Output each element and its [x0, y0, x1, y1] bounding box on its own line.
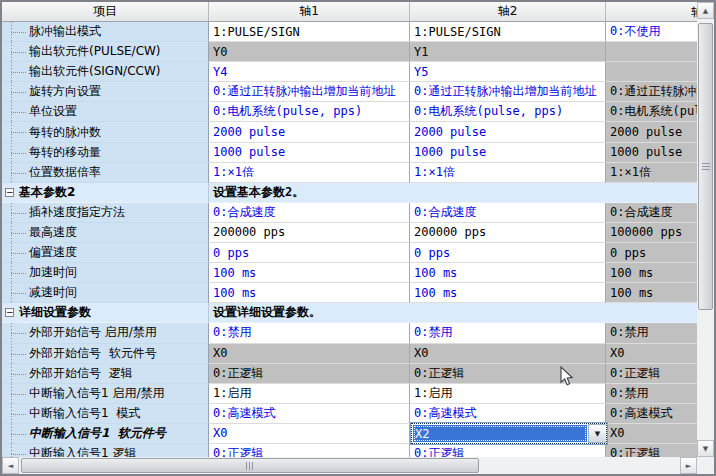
axis1-value-cell[interactable]: 2000 pulse: [209, 122, 410, 142]
vertical-scrollbar[interactable]: ▲ ▼: [697, 2, 714, 457]
axis1-value-cell[interactable]: 1000 pulse: [209, 143, 410, 163]
axis1-value: 0:电机系统(pulse, pps): [213, 103, 362, 120]
parameter-label: 外部开始信号 逻辑: [29, 365, 133, 382]
axis1-value-cell[interactable]: 1:PULSE/SIGN: [209, 22, 410, 42]
axis1-value-cell[interactable]: 100 ms: [209, 283, 410, 303]
axis3-value: 0:不使用: [610, 23, 660, 40]
combobox-selected-text[interactable]: X2: [413, 425, 587, 442]
parameter-label-cell[interactable]: 输出软元件(SIGN/CCW): [2, 62, 209, 82]
axis3-value: 100000 pps: [610, 225, 682, 239]
tree-branch-icon: [11, 354, 26, 355]
column-header-item[interactable]: 项目: [2, 2, 209, 21]
axis2-value: 0:合成速度: [414, 204, 476, 221]
group-label-cell[interactable]: − 基本参数2: [2, 183, 209, 203]
axis1-value-cell[interactable]: 0 pps: [209, 243, 410, 263]
parameter-label-cell[interactable]: 位置数据倍率: [2, 163, 209, 183]
axis1-value-cell[interactable]: 1:×1倍: [209, 163, 410, 183]
axis2-value-cell[interactable]: 0:正逻辑: [410, 364, 606, 384]
parameter-label: 位置数据倍率: [29, 164, 101, 181]
table-row: 偏置速度 0 pps 0 pps 0 pps: [2, 243, 716, 263]
axis1-value: Y4: [213, 65, 227, 79]
axis1-value-cell[interactable]: 0:电机系统(pulse, pps): [209, 102, 410, 122]
parameter-label-cell[interactable]: 每转的移动量: [2, 143, 209, 163]
axis3-value: 1000 pulse: [610, 145, 682, 159]
axis1-value-cell[interactable]: 1:启用: [209, 384, 410, 404]
column-header-axis2[interactable]: 轴2: [410, 2, 606, 21]
group-label-cell[interactable]: − 详细设置参数: [2, 303, 209, 323]
parameter-label-cell[interactable]: 外部开始信号 启用/禁用: [2, 323, 209, 343]
scroll-right-button[interactable]: ►: [680, 457, 697, 474]
axis2-value-cell[interactable]: 0:高速模式: [410, 404, 606, 424]
axis2-value-cell[interactable]: 0:合成速度: [410, 203, 606, 223]
parameter-label-cell[interactable]: 最高速度: [2, 223, 209, 243]
parameter-label-cell[interactable]: 单位设置: [2, 102, 209, 122]
parameter-label: 每转的脉冲数: [29, 124, 101, 141]
horizontal-scrollbar-thumb[interactable]: [21, 458, 479, 473]
parameter-label-cell[interactable]: 每转的脉冲数: [2, 122, 209, 142]
axis1-value-cell[interactable]: 200000 pps: [209, 223, 410, 243]
axis2-value-cell[interactable]: 100 ms: [410, 283, 606, 303]
axis1-value-cell[interactable]: Y0: [209, 42, 410, 62]
axis1-value-cell[interactable]: 0:禁用: [209, 323, 410, 343]
axis1-value-cell[interactable]: X0: [209, 344, 410, 364]
tree-branch-icon: [11, 374, 26, 375]
horizontal-scrollbar[interactable]: ◄ ►: [2, 457, 697, 474]
axis1-value-cell[interactable]: 0:正逻辑: [209, 364, 410, 384]
axis2-value-cell[interactable]: X0: [410, 344, 606, 364]
axis1-value-cell[interactable]: 100 ms: [209, 263, 410, 283]
scroll-down-button[interactable]: ▼: [697, 440, 714, 457]
axis3-value: 0:禁用: [610, 385, 648, 402]
parameter-label-cell[interactable]: 加速时间: [2, 263, 209, 283]
axis2-value-cell[interactable]: 2000 pulse: [410, 122, 606, 142]
axis1-value-cell[interactable]: 0:合成速度: [209, 203, 410, 223]
table-row: 中断输入信号1 启用/禁用 1:启用 1:启用 0:禁用: [2, 384, 716, 404]
column-header-axis1[interactable]: 轴1: [209, 2, 410, 21]
axis2-value-cell[interactable]: Y1: [410, 42, 606, 62]
table-row: 输出软元件(PULSE/CW) Y0 Y1: [2, 42, 716, 62]
axis1-value-cell[interactable]: X0: [209, 424, 410, 444]
axis2-value-cell[interactable]: Y5: [410, 62, 606, 82]
combobox-dropdown-button[interactable]: ▼: [588, 424, 606, 443]
axis2-value: 0:电机系统(pulse, pps): [414, 103, 563, 120]
axis2-value: X0: [414, 346, 428, 360]
parameter-label-cell[interactable]: 输出软元件(PULSE/CW): [2, 42, 209, 62]
scroll-up-button[interactable]: ▲: [697, 2, 714, 19]
parameter-label-cell[interactable]: 外部开始信号 逻辑: [2, 364, 209, 384]
axis2-value-cell[interactable]: 200000 pps: [410, 223, 606, 243]
collapse-icon[interactable]: −: [5, 188, 14, 197]
parameter-label-cell[interactable]: 中断输入信号1 软元件号: [2, 424, 209, 444]
axis2-value-cell[interactable]: 1:×1倍: [410, 163, 606, 183]
parameter-label-cell[interactable]: 外部开始信号 软元件号: [2, 344, 209, 364]
table-row: 每转的移动量 1000 pulse 1000 pulse 1000 pulse: [2, 143, 716, 163]
axis2-value-cell[interactable]: 100 ms: [410, 263, 606, 283]
axis1-value-cell[interactable]: 0:通过正转脉冲输出增加当前地址: [209, 82, 410, 102]
scroll-left-button[interactable]: ◄: [2, 457, 19, 474]
collapse-icon[interactable]: −: [5, 308, 14, 317]
parameter-label-cell[interactable]: 减速时间: [2, 283, 209, 303]
axis2-value-cell[interactable]: 0:禁用: [410, 323, 606, 343]
vertical-scrollbar-thumb[interactable]: [698, 23, 713, 310]
axis2-value-cell[interactable]: 1000 pulse: [410, 143, 606, 163]
axis2-value-cell[interactable]: 0 pps: [410, 243, 606, 263]
axis2-value-cell[interactable]: 0:通过正转脉冲输出增加当前地址: [410, 82, 606, 102]
parameter-label-cell[interactable]: 中断输入信号1 模式: [2, 404, 209, 424]
axis1-value-cell[interactable]: Y4: [209, 62, 410, 82]
parameter-label-cell[interactable]: 偏置速度: [2, 243, 209, 263]
axis2-value-cell[interactable]: 1:PULSE/SIGN: [410, 22, 606, 42]
axis1-value: 200000 pps: [213, 225, 285, 239]
axis2-value-cell[interactable]: 1:启用: [410, 384, 606, 404]
axis1-value: 2000 pulse: [213, 125, 285, 139]
parameter-label: 中断输入信号1 启用/禁用: [29, 385, 165, 402]
device-number-combobox[interactable]: X2 ▼: [411, 423, 607, 444]
parameter-label: 外部开始信号 软元件号: [29, 345, 157, 362]
parameter-label-cell[interactable]: 脉冲输出模式: [2, 22, 209, 42]
parameter-label-cell[interactable]: 中断输入信号1 启用/禁用: [2, 384, 209, 404]
parameter-window: 项目 轴1 轴2 轴3 脉冲输出模式 1:PULSE/SIGN 1:PULSE/…: [0, 0, 716, 476]
scroll-up-icon: ▲: [703, 7, 708, 15]
parameter-label-cell[interactable]: 旋转方向设置: [2, 82, 209, 102]
axis2-value-cell[interactable]: 0:电机系统(pulse, pps): [410, 102, 606, 122]
parameter-label-cell[interactable]: 插补速度指定方法: [2, 203, 209, 223]
group-label: 详细设置参数: [19, 304, 91, 321]
axis2-value: 0:禁用: [414, 324, 452, 341]
axis1-value-cell[interactable]: 0:高速模式: [209, 404, 410, 424]
